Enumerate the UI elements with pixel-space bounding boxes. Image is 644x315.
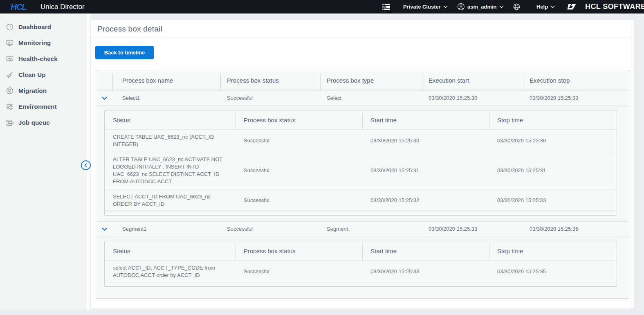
detail-row: ALTER TABLE UAC_6623_nc ACTIVATE NOT LOG… bbox=[105, 152, 617, 189]
sidebar-item-dashboard[interactable]: Dashboard bbox=[0, 19, 87, 35]
cell-status-sql: CREATE TABLE UAC_6623_nc (ACCT_ID INTEGE… bbox=[105, 133, 236, 148]
health-check-icon bbox=[6, 55, 14, 63]
process-box-table: Process box name Process box status Proc… bbox=[96, 70, 630, 299]
sidebar-item-migration[interactable]: Migration bbox=[0, 83, 87, 99]
column-header-process-box-type: Process box type bbox=[320, 70, 422, 90]
column-header-status: Status bbox=[105, 110, 236, 129]
cell-process-box-status: Successful bbox=[220, 95, 320, 101]
cell-execution-start: 03/30/2020 15:25:33 bbox=[422, 226, 523, 232]
cell-stop-time: 03/30/2020 15:25:35 bbox=[489, 268, 617, 275]
cluster-label: Private Cluster bbox=[403, 4, 441, 10]
column-header-start-time: Start time bbox=[362, 110, 489, 129]
sidebar-item-clean-up[interactable]: Clean Up bbox=[0, 67, 87, 83]
expand-column-header bbox=[96, 70, 112, 90]
page-title-bar: Process box detail bbox=[91, 20, 634, 38]
detail-table-select1: Status Process box status Start time Sto… bbox=[104, 110, 617, 216]
hcl-software-logo: HCL SOFTWARE bbox=[566, 0, 644, 14]
toolbar: Back to timeline bbox=[91, 38, 634, 59]
sidebar-item-label: Health-check bbox=[18, 55, 58, 62]
migration-icon bbox=[6, 87, 14, 95]
app-switcher-icon[interactable] bbox=[381, 0, 391, 14]
cell-process-box-name: Select1 bbox=[112, 95, 220, 101]
user-avatar-icon bbox=[457, 3, 465, 11]
process-row-segment1: Segment1 Successful Segment 03/30/2020 1… bbox=[96, 221, 630, 236]
sidebar-item-label: Clean Up bbox=[18, 71, 46, 78]
environment-sliders-icon bbox=[6, 103, 14, 111]
detail-table-header: Status Process box status Start time Sto… bbox=[105, 110, 617, 130]
column-header-process-box-status: Process box status bbox=[236, 110, 362, 129]
process-table-header: Process box name Process box status Proc… bbox=[96, 70, 630, 90]
sidebar-collapse-button[interactable] bbox=[81, 160, 91, 170]
collapse-row-chevron-icon[interactable] bbox=[101, 227, 108, 231]
back-to-timeline-button[interactable]: Back to timeline bbox=[95, 46, 154, 59]
cell-start-time: 03/30/2020 15:25:32 bbox=[362, 197, 489, 204]
column-header-execution-start: Execution start bbox=[422, 70, 523, 90]
cell-process-box-type: Segment bbox=[320, 226, 422, 232]
help-label: Help bbox=[536, 4, 548, 10]
language-globe-icon[interactable] bbox=[513, 0, 521, 14]
cluster-dropdown[interactable]: Private Cluster bbox=[403, 0, 448, 14]
column-header-start-time: Start time bbox=[362, 241, 489, 260]
detail-row: SELECT ACCT_ID FROM UAC_6623_nc ORDER BY… bbox=[105, 189, 617, 212]
collapse-row-chevron-icon[interactable] bbox=[101, 96, 108, 100]
detail-table-segment1: Status Process box status Start time Sto… bbox=[104, 241, 617, 287]
sidebar-item-label: Monitoring bbox=[18, 39, 51, 46]
sidebar-item-health-check[interactable]: Health-check bbox=[0, 51, 87, 67]
column-header-stop-time: Stop time bbox=[489, 241, 617, 260]
cell-process-box-name: Segment1 bbox=[112, 226, 220, 232]
cell-status-sql: select ACCT_ID, ACCT_TYPE_CODE from AUTO… bbox=[105, 264, 236, 279]
cell-execution-start: 03/30/2020 15:25:30 bbox=[422, 95, 523, 101]
expand-cell bbox=[96, 227, 112, 231]
toolbar-divider bbox=[91, 66, 634, 66]
cell-start-time: 03/30/2020 15:25:31 bbox=[362, 167, 489, 174]
cell-status-sql: ALTER TABLE UAC_6623_nc ACTIVATE NOT LOG… bbox=[105, 156, 236, 185]
sidebar-navigation: Dashboard Monitoring Health-check bbox=[0, 14, 87, 310]
hcl-software-glyph-icon bbox=[566, 2, 577, 11]
top-navigation-bar: HCL Unica Director Private Cluster asm_a… bbox=[0, 0, 644, 14]
sidebar-item-label: Job queue bbox=[18, 119, 50, 126]
cell-box-status: Successful bbox=[236, 167, 362, 174]
column-header-process-box-status: Process box status bbox=[220, 70, 320, 90]
sidebar-item-label: Dashboard bbox=[18, 23, 51, 30]
sidebar-item-environment[interactable]: Environment bbox=[0, 99, 87, 115]
sidebar-item-monitoring[interactable]: Monitoring bbox=[0, 35, 87, 51]
dashboard-icon bbox=[6, 23, 14, 31]
column-header-status: Status bbox=[105, 241, 236, 260]
detail-table-header: Status Process box status Start time Sto… bbox=[105, 241, 617, 261]
help-menu[interactable]: Help bbox=[536, 0, 555, 14]
process-row-select1: Select1 Successful Select 03/30/2020 15:… bbox=[96, 90, 630, 106]
app-title: Unica Director bbox=[40, 0, 85, 14]
cell-status-sql: SELECT ACCT_ID FROM UAC_6623_nc ORDER BY… bbox=[105, 193, 236, 208]
chevron-down-icon bbox=[443, 5, 448, 8]
cell-stop-time: 03/30/2020 15:25:30 bbox=[489, 137, 617, 144]
clean-up-broom-icon bbox=[6, 71, 14, 79]
column-header-process-box-name: Process box name bbox=[112, 70, 220, 90]
company-name: HCL SOFTWARE bbox=[585, 2, 644, 11]
chevron-down-icon bbox=[550, 5, 555, 8]
monitoring-icon bbox=[6, 39, 14, 47]
cell-execution-stop: 03/30/2020 15:25:33 bbox=[523, 95, 630, 101]
cell-stop-time: 03/30/2020 15:25:31 bbox=[489, 167, 617, 174]
cell-start-time: 03/30/2020 15:25:33 bbox=[362, 268, 489, 275]
sidebar-item-job-queue[interactable]: Job queue bbox=[0, 115, 87, 130]
expand-cell bbox=[96, 96, 112, 100]
detail-row: CREATE TABLE UAC_6623_nc (ACCT_ID INTEGE… bbox=[105, 130, 617, 152]
page-title: Process box detail bbox=[97, 25, 162, 34]
cell-process-box-status: Successful bbox=[220, 226, 320, 232]
column-header-process-box-status: Process box status bbox=[236, 241, 362, 260]
column-header-stop-time: Stop time bbox=[489, 110, 617, 129]
sidebar-item-label: Migration bbox=[18, 87, 47, 94]
detail-row: select ACCT_ID, ACCT_TYPE_CODE from AUTO… bbox=[105, 261, 617, 283]
hcl-brand-logo: HCL bbox=[11, 0, 27, 14]
user-menu[interactable]: asm_admin bbox=[457, 0, 504, 14]
main-content: Process box detail Back to timeline Proc… bbox=[90, 20, 634, 309]
cell-process-box-type: Select bbox=[320, 95, 422, 101]
cell-start-time: 03/30/2020 15:25:30 bbox=[362, 137, 489, 144]
job-queue-icon bbox=[6, 119, 14, 127]
sidebar-item-label: Environment bbox=[18, 103, 57, 110]
cell-box-status: Successful bbox=[236, 197, 362, 204]
column-header-execution-stop: Execution stop bbox=[523, 70, 630, 90]
cell-box-status: Successful bbox=[236, 137, 362, 144]
cell-stop-time: 03/30/2020 15:25:33 bbox=[489, 197, 617, 204]
cell-box-status: Successful bbox=[236, 268, 362, 275]
